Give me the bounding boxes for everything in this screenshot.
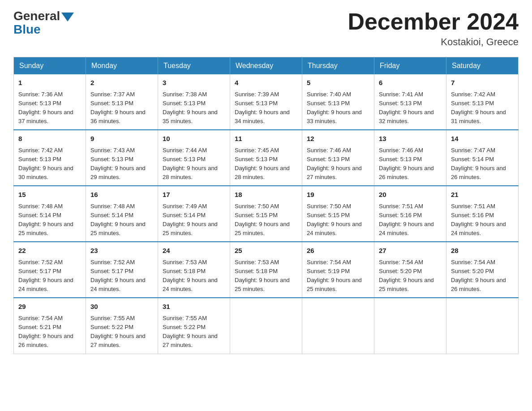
day-number: 27 (379, 246, 442, 256)
weekday-header-friday: Friday (374, 57, 446, 75)
calendar-week-row: 1 Sunrise: 7:36 AMSunset: 5:13 PMDayligh… (14, 74, 519, 130)
calendar-day-cell: 3 Sunrise: 7:38 AMSunset: 5:13 PMDayligh… (158, 74, 230, 130)
logo-triangle-icon (61, 13, 74, 21)
day-number: 3 (163, 78, 225, 88)
calendar-day-cell (374, 298, 446, 354)
calendar-day-cell: 21 Sunrise: 7:51 AMSunset: 5:16 PMDaylig… (446, 186, 519, 242)
day-number: 25 (235, 246, 297, 256)
day-number: 15 (18, 190, 81, 200)
calendar-day-cell: 14 Sunrise: 7:47 AMSunset: 5:14 PMDaylig… (446, 130, 519, 186)
logo-blue-text: Blue (13, 22, 41, 37)
day-info: Sunrise: 7:36 AMSunset: 5:13 PMDaylight:… (18, 90, 81, 126)
day-number: 1 (18, 78, 81, 88)
day-info: Sunrise: 7:51 AMSunset: 5:16 PMDaylight:… (451, 202, 514, 238)
day-info: Sunrise: 7:52 AMSunset: 5:17 PMDaylight:… (18, 258, 81, 294)
day-info: Sunrise: 7:54 AMSunset: 5:21 PMDaylight:… (18, 314, 81, 350)
calendar-day-cell: 8 Sunrise: 7:42 AMSunset: 5:13 PMDayligh… (14, 130, 86, 186)
day-info: Sunrise: 7:45 AMSunset: 5:13 PMDaylight:… (235, 146, 297, 182)
day-info: Sunrise: 7:52 AMSunset: 5:17 PMDaylight:… (90, 258, 153, 294)
day-info: Sunrise: 7:40 AMSunset: 5:13 PMDaylight:… (307, 90, 369, 126)
calendar-day-cell: 9 Sunrise: 7:43 AMSunset: 5:13 PMDayligh… (86, 130, 158, 186)
day-info: Sunrise: 7:47 AMSunset: 5:14 PMDaylight:… (451, 146, 514, 182)
day-number: 6 (379, 78, 442, 88)
day-info: Sunrise: 7:53 AMSunset: 5:18 PMDaylight:… (235, 258, 297, 294)
calendar-week-row: 22 Sunrise: 7:52 AMSunset: 5:17 PMDaylig… (14, 242, 519, 298)
day-info: Sunrise: 7:42 AMSunset: 5:13 PMDaylight:… (18, 146, 81, 182)
calendar-day-cell: 4 Sunrise: 7:39 AMSunset: 5:13 PMDayligh… (230, 74, 302, 130)
weekday-header-wednesday: Wednesday (230, 57, 302, 75)
day-number: 13 (379, 134, 442, 144)
day-info: Sunrise: 7:53 AMSunset: 5:18 PMDaylight:… (163, 258, 225, 294)
day-number: 12 (307, 134, 369, 144)
calendar-day-cell: 20 Sunrise: 7:51 AMSunset: 5:16 PMDaylig… (374, 186, 446, 242)
calendar-day-cell (230, 298, 302, 354)
calendar-week-row: 8 Sunrise: 7:42 AMSunset: 5:13 PMDayligh… (14, 130, 519, 186)
day-info: Sunrise: 7:55 AMSunset: 5:22 PMDaylight:… (163, 314, 225, 350)
page-header: General Blue December 2024 Kostakioi, Gr… (13, 9, 519, 48)
calendar-day-cell (446, 298, 519, 354)
day-number: 28 (451, 246, 514, 256)
day-number: 10 (163, 134, 225, 144)
title-section: December 2024 Kostakioi, Greece (348, 9, 519, 48)
calendar-day-cell: 18 Sunrise: 7:50 AMSunset: 5:15 PMDaylig… (230, 186, 302, 242)
day-number: 26 (307, 246, 369, 256)
calendar-day-cell: 25 Sunrise: 7:53 AMSunset: 5:18 PMDaylig… (230, 242, 302, 298)
day-number: 23 (90, 246, 153, 256)
weekday-header-tuesday: Tuesday (158, 57, 230, 75)
calendar-day-cell: 11 Sunrise: 7:45 AMSunset: 5:13 PMDaylig… (230, 130, 302, 186)
calendar-week-row: 29 Sunrise: 7:54 AMSunset: 5:21 PMDaylig… (14, 298, 519, 354)
day-info: Sunrise: 7:38 AMSunset: 5:13 PMDaylight:… (163, 90, 225, 126)
calendar-day-cell: 31 Sunrise: 7:55 AMSunset: 5:22 PMDaylig… (158, 298, 230, 354)
day-info: Sunrise: 7:54 AMSunset: 5:19 PMDaylight:… (307, 258, 369, 294)
day-number: 8 (18, 134, 81, 144)
day-info: Sunrise: 7:48 AMSunset: 5:14 PMDaylight:… (90, 202, 153, 238)
day-info: Sunrise: 7:50 AMSunset: 5:15 PMDaylight:… (307, 202, 369, 238)
day-number: 7 (451, 78, 514, 88)
weekday-header-sunday: Sunday (14, 57, 86, 75)
calendar-day-cell: 2 Sunrise: 7:37 AMSunset: 5:13 PMDayligh… (86, 74, 158, 130)
day-info: Sunrise: 7:41 AMSunset: 5:13 PMDaylight:… (379, 90, 442, 126)
calendar-day-cell: 22 Sunrise: 7:52 AMSunset: 5:17 PMDaylig… (14, 242, 86, 298)
calendar-day-cell: 24 Sunrise: 7:53 AMSunset: 5:18 PMDaylig… (158, 242, 230, 298)
calendar-day-cell: 30 Sunrise: 7:55 AMSunset: 5:22 PMDaylig… (86, 298, 158, 354)
day-number: 16 (90, 190, 153, 200)
day-number: 19 (307, 190, 369, 200)
day-number: 2 (90, 78, 153, 88)
day-info: Sunrise: 7:55 AMSunset: 5:22 PMDaylight:… (90, 314, 153, 350)
day-info: Sunrise: 7:46 AMSunset: 5:13 PMDaylight:… (379, 146, 442, 182)
day-number: 18 (235, 190, 297, 200)
weekday-header-saturday: Saturday (446, 57, 519, 75)
month-title: December 2024 (348, 9, 519, 34)
calendar-day-cell: 19 Sunrise: 7:50 AMSunset: 5:15 PMDaylig… (302, 186, 374, 242)
calendar-day-cell: 10 Sunrise: 7:44 AMSunset: 5:13 PMDaylig… (158, 130, 230, 186)
day-number: 17 (163, 190, 225, 200)
day-number: 29 (18, 302, 81, 312)
calendar-day-cell: 6 Sunrise: 7:41 AMSunset: 5:13 PMDayligh… (374, 74, 446, 130)
day-number: 24 (163, 246, 225, 256)
calendar-day-cell: 16 Sunrise: 7:48 AMSunset: 5:14 PMDaylig… (86, 186, 158, 242)
day-number: 9 (90, 134, 153, 144)
day-info: Sunrise: 7:42 AMSunset: 5:13 PMDaylight:… (451, 90, 514, 126)
logo: General Blue (13, 9, 74, 37)
calendar-day-cell: 17 Sunrise: 7:49 AMSunset: 5:14 PMDaylig… (158, 186, 230, 242)
day-number: 21 (451, 190, 514, 200)
day-info: Sunrise: 7:51 AMSunset: 5:16 PMDaylight:… (379, 202, 442, 238)
calendar-day-cell: 15 Sunrise: 7:48 AMSunset: 5:14 PMDaylig… (14, 186, 86, 242)
day-info: Sunrise: 7:54 AMSunset: 5:20 PMDaylight:… (379, 258, 442, 294)
calendar-day-cell: 1 Sunrise: 7:36 AMSunset: 5:13 PMDayligh… (14, 74, 86, 130)
day-info: Sunrise: 7:49 AMSunset: 5:14 PMDaylight:… (163, 202, 225, 238)
weekday-header-thursday: Thursday (302, 57, 374, 75)
calendar-day-cell: 5 Sunrise: 7:40 AMSunset: 5:13 PMDayligh… (302, 74, 374, 130)
day-number: 11 (235, 134, 297, 144)
day-number: 5 (307, 78, 369, 88)
day-info: Sunrise: 7:37 AMSunset: 5:13 PMDaylight:… (90, 90, 153, 126)
calendar-day-cell: 29 Sunrise: 7:54 AMSunset: 5:21 PMDaylig… (14, 298, 86, 354)
calendar-day-cell: 12 Sunrise: 7:46 AMSunset: 5:13 PMDaylig… (302, 130, 374, 186)
weekday-header-monday: Monday (86, 57, 158, 75)
day-info: Sunrise: 7:46 AMSunset: 5:13 PMDaylight:… (307, 146, 369, 182)
day-info: Sunrise: 7:48 AMSunset: 5:14 PMDaylight:… (18, 202, 81, 238)
day-info: Sunrise: 7:43 AMSunset: 5:13 PMDaylight:… (90, 146, 153, 182)
logo-general-text: General (13, 9, 60, 23)
calendar-header-row: SundayMondayTuesdayWednesdayThursdayFrid… (14, 57, 519, 75)
calendar-day-cell: 26 Sunrise: 7:54 AMSunset: 5:19 PMDaylig… (302, 242, 374, 298)
